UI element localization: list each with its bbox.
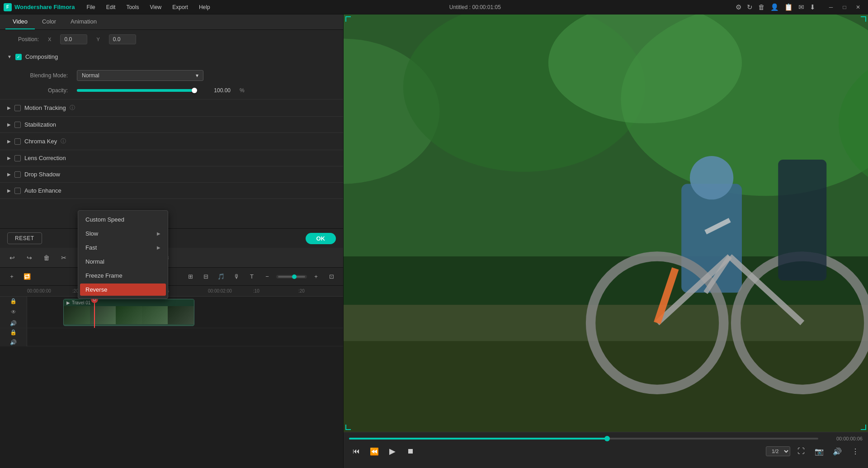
blending-mode-label: Blending Mode: <box>18 72 68 79</box>
playback-right: 1/2 ⛶ 📷 🔊 ⋮ <box>766 445 863 458</box>
tab-color[interactable]: Color <box>35 14 63 29</box>
volume-button[interactable]: 🔊 <box>830 445 844 458</box>
screenshot-button[interactable]: 📷 <box>812 445 826 458</box>
track-speaker-button[interactable]: 🔊 <box>8 319 19 328</box>
opacity-slider[interactable] <box>77 89 194 92</box>
update-icon[interactable]: ↻ <box>747 3 753 11</box>
titlebar: F Wondershare Filmora File Edit Tools Vi… <box>0 0 868 14</box>
ctx-fast[interactable]: Fast ▶ <box>78 241 168 255</box>
ctx-custom-speed[interactable]: Custom Speed <box>78 213 168 227</box>
lens-correction-arrow: ▶ <box>7 156 11 161</box>
tl-zoom-out-button[interactable]: − <box>261 271 274 283</box>
blending-mode-select[interactable]: Normal ▾ <box>77 70 203 81</box>
quality-select[interactable]: 1/2 <box>766 446 790 456</box>
compositing-content: Blending Mode: Normal ▾ Opacity: 100.00 <box>0 65 343 99</box>
lens-correction-header[interactable]: ▶ Lens Correction <box>0 150 343 166</box>
motion-tracking-arrow: ▶ <box>7 105 11 110</box>
lens-correction-checkbox[interactable] <box>14 155 21 161</box>
menu-export[interactable]: Export <box>168 2 193 12</box>
ok-button[interactable]: OK <box>306 233 336 244</box>
play-pause-button[interactable]: ▶ <box>385 445 400 458</box>
audio-speaker-button[interactable]: 🔊 <box>8 338 19 346</box>
motion-tracking-checkbox[interactable] <box>14 105 21 111</box>
preview-controls: 00:00:00:06 ⏮ ⏪ ▶ ⏹ 1/2 ⛶ 📷 🔊 ⋮ <box>344 432 868 468</box>
audio-lock-button[interactable]: 🔒 <box>8 328 19 336</box>
more-options-button[interactable]: ⋮ <box>848 445 863 458</box>
position-x-input[interactable] <box>60 34 87 44</box>
tab-animation[interactable]: Animation <box>63 14 104 29</box>
tl-text-button[interactable]: T <box>245 271 258 283</box>
ctx-reverse[interactable]: Reverse <box>80 284 166 296</box>
message-icon[interactable]: ✉ <box>798 3 804 11</box>
undo-button[interactable]: ↩ <box>5 251 19 264</box>
preview-corner-tl <box>345 16 351 22</box>
menu-help[interactable]: Help <box>194 2 215 12</box>
skip-start-button[interactable]: ⏮ <box>349 445 363 458</box>
ruler-5: :10 <box>253 288 298 293</box>
delete-icon[interactable]: 🗑 <box>758 3 765 11</box>
track-lock-button[interactable]: 🔒 <box>8 297 19 306</box>
audio-track-header: 🔒 🔊 <box>0 328 27 346</box>
settings-icon[interactable]: ⚙ <box>736 3 741 11</box>
menu-file[interactable]: File <box>82 2 99 12</box>
drop-shadow-checkbox[interactable] <box>14 171 21 178</box>
chroma-key-checkbox[interactable] <box>14 138 21 145</box>
minimize-button[interactable]: ─ <box>825 2 837 12</box>
compositing-header[interactable]: ▼ ✓ Compositing <box>0 49 343 65</box>
ctx-slow[interactable]: Slow ▶ <box>78 227 168 241</box>
ctx-freeze-frame[interactable]: Freeze Frame <box>78 269 168 283</box>
tl-magnet-button[interactable]: ⊟ <box>199 271 212 283</box>
download-icon[interactable]: ⬇ <box>810 3 816 11</box>
reset-button[interactable]: RESET <box>7 232 42 244</box>
tl-snap-button[interactable]: ⊞ <box>184 271 197 283</box>
project-icon[interactable]: 📋 <box>784 3 793 11</box>
redo-button[interactable]: ↪ <box>23 251 36 264</box>
tl-loop-button[interactable]: 🔁 <box>21 271 33 283</box>
auto-enhance-checkbox[interactable] <box>14 188 21 194</box>
fullscreen-button[interactable]: ⛶ <box>794 445 808 458</box>
close-button[interactable]: ✕ <box>852 2 864 12</box>
position-x-label: X <box>48 37 51 42</box>
menu-bar: File Edit Tools View Export Help <box>82 2 214 12</box>
track-eye-button[interactable]: 👁 <box>8 307 19 317</box>
stabilization-header[interactable]: ▶ Stabilization <box>0 117 343 132</box>
tl-voice-button[interactable]: 🎙 <box>230 271 243 283</box>
motion-tracking-header[interactable]: ▶ Motion Tracking ⓘ <box>0 99 343 116</box>
tl-zoom-slider[interactable] <box>276 275 307 279</box>
menu-view[interactable]: View <box>145 2 166 12</box>
chroma-key-info[interactable]: ⓘ <box>61 137 66 145</box>
tab-video[interactable]: Video <box>5 14 35 29</box>
timeline-toolbar-main: ↩ ↪ 🗑 ✂ ⬜ ⏱ 🎨 ⟳ ⊡ ≡ <box>0 248 343 268</box>
tl-add-media-button[interactable]: + <box>5 271 18 283</box>
lens-correction-section: ▶ Lens Correction <box>0 150 343 166</box>
left-panel: Video Color Animation Position: X Y ▼ ✓ … <box>0 14 344 468</box>
account-icon[interactable]: 👤 <box>770 3 779 11</box>
tl-audio-button[interactable]: 🎵 <box>215 271 227 283</box>
position-label: Position: <box>18 36 39 43</box>
chroma-key-header[interactable]: ▶ Chroma Key ⓘ <box>0 133 343 150</box>
opacity-slider-thumb <box>192 88 197 93</box>
menu-tools[interactable]: Tools <box>122 2 143 12</box>
ctx-normal[interactable]: Normal <box>78 255 168 269</box>
delete-clip-button[interactable]: 🗑 <box>40 251 53 264</box>
auto-enhance-header[interactable]: ▶ Auto Enhance <box>0 183 343 199</box>
tl-zoom-in-button[interactable]: + <box>310 271 322 283</box>
tl-fit-button[interactable]: ⊡ <box>325 271 338 283</box>
bike-scene <box>344 14 868 432</box>
timeline-ruler: 00:00:00:00 :20 00:00:01:05 :15 00:00:02… <box>0 286 343 297</box>
prev-frame-button[interactable]: ⏪ <box>367 445 382 458</box>
compositing-checkbox[interactable]: ✓ <box>15 54 22 60</box>
right-panel: 00:00:00:06 ⏮ ⏪ ▶ ⏹ 1/2 ⛶ 📷 🔊 ⋮ <box>344 14 868 468</box>
position-row: Position: X Y <box>0 30 343 49</box>
maximize-button[interactable]: □ <box>838 2 851 12</box>
menu-edit[interactable]: Edit <box>102 2 120 12</box>
cut-button[interactable]: ✂ <box>57 251 71 264</box>
drop-shadow-header[interactable]: ▶ Drop Shadow <box>0 166 343 182</box>
video-clip[interactable]: ▶ Travel 01 <box>63 299 194 326</box>
motion-tracking-info[interactable]: ⓘ <box>70 104 75 112</box>
stop-button[interactable]: ⏹ <box>403 445 418 458</box>
stabilization-checkbox[interactable] <box>14 122 21 128</box>
chroma-key-label: Chroma Key <box>24 138 57 145</box>
position-y-input[interactable] <box>109 34 136 44</box>
progress-track[interactable] <box>349 438 818 440</box>
